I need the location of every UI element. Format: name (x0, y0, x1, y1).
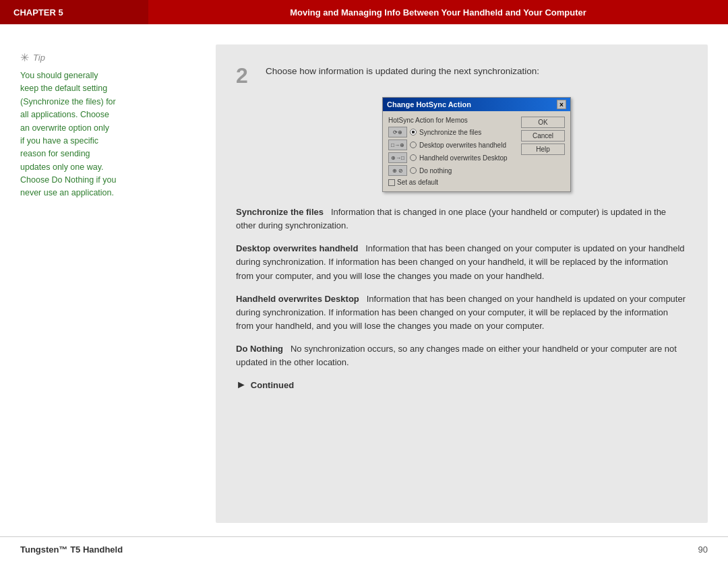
continued-arrow-icon: ► (236, 379, 247, 391)
content-panel: 2 Choose how information is updated duri… (216, 44, 708, 523)
radio-desktop-overwrite[interactable] (410, 142, 417, 148)
dialog-titlebar: Change HotSync Action × (383, 98, 570, 111)
tip-asterisk-icon: ✳ (20, 51, 29, 64)
radio-handheld-overwrite[interactable] (410, 154, 417, 161)
set-as-default-checkbox[interactable] (388, 179, 395, 186)
tip-label: Tip (33, 53, 45, 63)
desc-nothing-text: No synchronization occurs, so any change… (236, 344, 677, 367)
dialog-buttons-panel: OK Cancel Help (521, 117, 565, 186)
ok-button[interactable]: OK (521, 117, 565, 128)
page-header: CHAPTER 5 Moving and Managing Info Betwe… (0, 0, 728, 24)
help-button[interactable]: Help (521, 144, 565, 155)
dialog-close-button[interactable]: × (557, 100, 566, 109)
sync-icon: ⟳⊕ (388, 127, 407, 137)
option-nothing-label: Do nothing (419, 167, 452, 175)
dialog-option-desktop-overwrite[interactable]: □→⊕ Desktop overwrites handheld (388, 139, 517, 150)
sidebar-tip: ✳ Tip You should generally keep the defa… (0, 24, 216, 536)
dialog-option-sync[interactable]: ⟳⊕ Synchronize the files (388, 127, 517, 137)
set-as-default-row[interactable]: Set as default (388, 179, 517, 186)
cancel-button[interactable]: Cancel (521, 130, 565, 142)
tip-header: ✳ Tip (20, 51, 202, 64)
page-footer: Tungsten™ T5 Handheld 90 (0, 536, 728, 562)
dialog-title: Change HotSync Action (387, 100, 471, 108)
continued-row: ► Continued (236, 379, 688, 391)
step-number: 2 (236, 65, 252, 86)
option-desktop-label: Desktop overwrites handheld (419, 142, 506, 149)
option-handheld-label: Handheld overwrites Desktop (419, 154, 508, 162)
footer-brand: Tungsten™ T5 Handheld (20, 544, 123, 555)
header-title: Moving and Managing Info Between Your Ha… (148, 0, 728, 24)
step-instruction: Choose how information is updated during… (266, 65, 688, 78)
term-synchronize: Synchronize the files (236, 207, 324, 217)
dialog-left-panel: HotSync Action for Memos ⟳⊕ Synchronize … (388, 117, 517, 186)
dialog-body: HotSync Action for Memos ⟳⊕ Synchronize … (383, 111, 570, 191)
dialog-screenshot-area: Change HotSync Action × HotSync Action f… (266, 97, 688, 192)
desc-do-nothing: Do Nothing No synchronization occurs, so… (236, 342, 688, 369)
term-desktop-overwrites: Desktop overwrites handheld (236, 243, 358, 253)
term-do-nothing: Do Nothing (236, 344, 283, 354)
desc-handheld-overwrites: Handheld overwrites Desktop Information … (236, 292, 688, 333)
radio-sync[interactable] (410, 129, 417, 135)
do-nothing-icon: ⊕ ⊘ (388, 165, 407, 176)
chapter-label: CHAPTER 5 (0, 0, 148, 24)
radio-nothing[interactable] (410, 167, 417, 174)
continued-label: Continued (251, 380, 294, 390)
handheld-overwrite-icon: ⊕→□ (388, 152, 407, 163)
dialog-option-nothing[interactable]: ⊕ ⊘ Do nothing (388, 165, 517, 176)
dialog-option-handheld-overwrite[interactable]: ⊕→□ Handheld overwrites Desktop (388, 152, 517, 163)
desc-desktop-overwrites: Desktop overwrites handheld Information … (236, 242, 688, 282)
set-as-default-label: Set as default (397, 179, 438, 186)
step-row: 2 Choose how information is updated duri… (236, 65, 688, 86)
term-handheld-overwrites: Handheld overwrites Desktop (236, 294, 359, 304)
dialog-box: Change HotSync Action × HotSync Action f… (382, 97, 571, 192)
desktop-overwrite-icon: □→⊕ (388, 139, 407, 150)
dialog-action-label: HotSync Action for Memos (388, 117, 517, 124)
desc-synchronize: Synchronize the files Information that i… (236, 206, 688, 232)
brand-text: Tungsten™ T5 Handheld (20, 544, 123, 555)
dialog-options-list: ⟳⊕ Synchronize the files □→⊕ Desktop ove… (388, 127, 517, 176)
main-content: ✳ Tip You should generally keep the defa… (0, 24, 728, 536)
tip-text: You should generally keep the default se… (20, 69, 202, 200)
footer-page-number: 90 (698, 544, 708, 555)
option-sync-label: Synchronize the files (419, 129, 481, 136)
